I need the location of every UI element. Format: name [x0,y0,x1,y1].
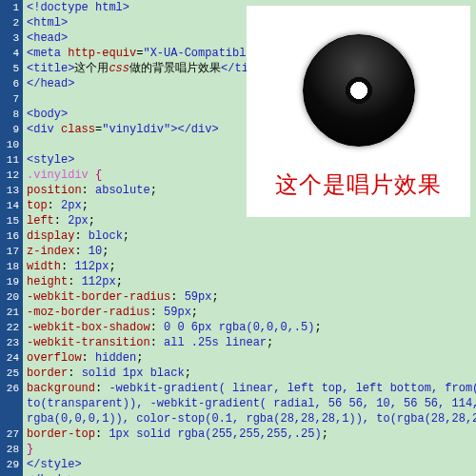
code-line[interactable]: rgba(0,0,0,1)), color-stop(0.1, rgba(28,… [27,411,476,426]
line-number: 15 [0,213,19,228]
code-line[interactable]: -webkit-transition: all .25s linear; [27,335,476,350]
line-number [0,411,19,426]
code-line[interactable]: border-top: 1px solid rgba(255,255,255,.… [27,426,476,442]
code-line[interactable]: to(transparent)), -webkit-gradient( radi… [27,396,476,411]
line-number: 14 [0,198,19,213]
line-number: 21 [0,305,19,320]
line-number: 27 [0,426,19,442]
line-number: 2 [0,15,19,30]
line-number: 28 [0,442,19,457]
line-number-gutter: 1234567891011121314151617181920212223242… [0,0,23,476]
line-number: 9 [0,122,19,137]
line-number: 17 [0,244,19,259]
line-number: 16 [0,228,19,244]
line-number: 6 [0,76,19,91]
line-number: 10 [0,137,19,152]
line-number: 29 [0,457,19,472]
vinyl-record-icon [303,34,415,147]
line-number: 25 [0,366,19,381]
line-number: 20 [0,289,19,305]
line-number: 18 [0,259,19,274]
code-line[interactable]: -webkit-box-shadow: 0 0 6px rgba(0,0,0,.… [27,320,476,335]
preview-panel: 这个是唱片效果 [247,6,470,217]
code-line[interactable]: z-index: 10; [27,244,476,259]
code-line[interactable]: border: solid 1px black; [27,366,476,381]
line-number: 13 [0,183,19,198]
code-line[interactable]: width: 112px; [27,259,476,274]
line-number: 8 [0,107,19,122]
preview-caption: 这个是唱片效果 [275,169,442,200]
line-number: 12 [0,168,19,183]
code-line[interactable]: } [27,442,476,457]
code-line[interactable]: </body> [27,472,476,476]
line-number: 7 [0,91,19,107]
line-number: 11 [0,152,19,168]
line-number: 1 [0,0,19,15]
line-number: 23 [0,335,19,350]
line-number: 4 [0,46,19,61]
code-line[interactable]: -moz-border-radius: 59px; [27,305,476,320]
line-number: 19 [0,274,19,289]
line-number: 26 [0,381,19,396]
code-line[interactable]: </style> [27,457,476,472]
line-number [0,396,19,411]
code-line[interactable]: display: block; [27,228,476,244]
code-line[interactable]: height: 112px; [27,274,476,289]
code-line[interactable]: -webkit-border-radius: 59px; [27,289,476,305]
line-number: 24 [0,350,19,366]
code-line[interactable]: background: -webkit-gradient( linear, le… [27,381,476,396]
line-number: 3 [0,30,19,46]
line-number: 5 [0,61,19,76]
line-number: 22 [0,320,19,335]
code-line[interactable]: overflow: hidden; [27,350,476,366]
line-number: 30 [0,472,19,476]
